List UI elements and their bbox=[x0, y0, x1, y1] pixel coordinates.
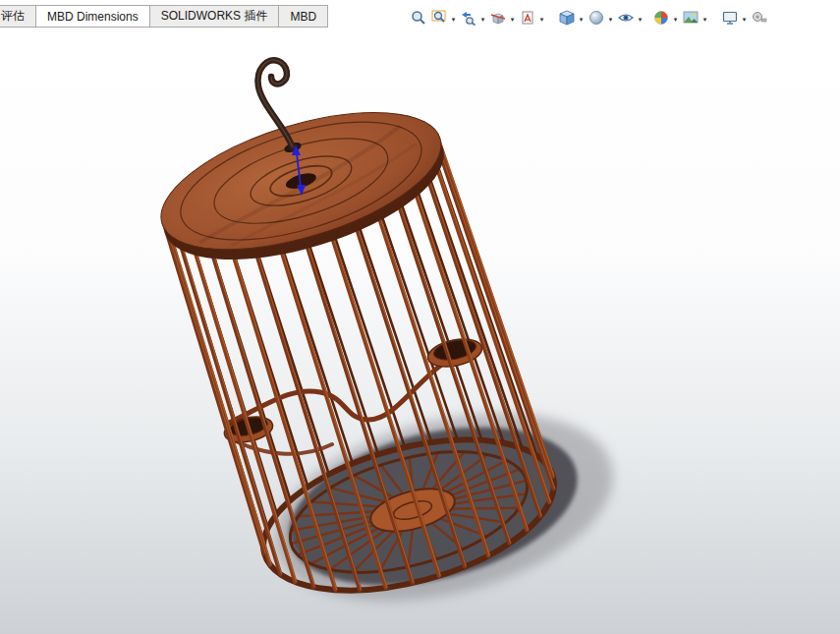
tab-mbd-dimensions[interactable]: MBD Dimensions bbox=[35, 5, 150, 28]
apply-scene-button[interactable] bbox=[680, 9, 700, 29]
tab-label: SOLIDWORKS 插件 bbox=[161, 8, 268, 25]
view-orientation-cube-icon bbox=[559, 10, 575, 29]
zoom-to-fit-button[interactable] bbox=[408, 9, 428, 29]
commandmanager-tabs: 评估 MBD Dimensions SOLIDWORKS 插件 MBD bbox=[0, 5, 327, 28]
tab-label: MBD Dimensions bbox=[47, 10, 139, 24]
tab-label: 评估 bbox=[1, 8, 25, 25]
view-orientation-button[interactable] bbox=[556, 9, 577, 29]
zoom-dropdown-arrow[interactable]: ▾ bbox=[449, 9, 458, 29]
display-style-dropdown-arrow[interactable]: ▾ bbox=[606, 9, 615, 29]
tab-evaluate[interactable]: 评估 bbox=[0, 5, 36, 28]
tab-solidworks-addins[interactable]: SOLIDWORKS 插件 bbox=[149, 5, 280, 28]
apply-scene-dropdown-arrow[interactable]: ▾ bbox=[700, 9, 709, 29]
zoom-to-area-icon bbox=[431, 10, 447, 29]
hide-show-items-button[interactable] bbox=[615, 9, 636, 29]
previous-view-dropdown-arrow[interactable]: ▾ bbox=[478, 9, 487, 29]
dynamic-annotation-views-button[interactable] bbox=[517, 9, 537, 29]
eye-icon bbox=[618, 10, 634, 29]
edit-appearance-button[interactable] bbox=[650, 9, 671, 29]
dynamic-annotation-views-icon bbox=[520, 10, 535, 29]
view-settings-dropdown-arrow[interactable]: ▾ bbox=[740, 9, 749, 29]
annotation-views-dropdown-arrow[interactable]: ▾ bbox=[537, 9, 546, 29]
graphics-area[interactable] bbox=[0, 0, 840, 634]
view-orientation-dropdown-arrow[interactable]: ▾ bbox=[577, 9, 586, 29]
section-view-dropdown-arrow[interactable]: ▾ bbox=[508, 9, 517, 29]
tape-measure-button[interactable] bbox=[749, 9, 769, 29]
view-settings-button[interactable] bbox=[719, 9, 740, 29]
appearance-sphere-icon bbox=[653, 10, 669, 29]
zoom-to-fit-icon bbox=[411, 10, 426, 29]
previous-view-button[interactable] bbox=[458, 9, 478, 29]
display-style-button[interactable] bbox=[586, 9, 606, 29]
previous-view-icon bbox=[461, 10, 476, 29]
monitor-icon bbox=[722, 10, 738, 29]
zoom-to-area-button[interactable] bbox=[428, 9, 449, 29]
section-view-icon bbox=[490, 10, 506, 29]
tab-mbd[interactable]: MBD bbox=[278, 5, 328, 28]
display-style-icon bbox=[588, 10, 604, 29]
edit-appearance-dropdown-arrow[interactable]: ▾ bbox=[671, 9, 680, 29]
hide-show-dropdown-arrow[interactable]: ▾ bbox=[636, 9, 644, 29]
tape-measure-icon bbox=[752, 10, 767, 29]
section-view-button[interactable] bbox=[487, 9, 508, 29]
heads-up-toolbar: ▾ ▾ ▾ ▾ ▾ ▾ ▾ ▾ ▾ ▾ bbox=[408, 9, 769, 29]
tab-label: MBD bbox=[290, 10, 316, 24]
scene-photo-icon bbox=[683, 10, 699, 29]
